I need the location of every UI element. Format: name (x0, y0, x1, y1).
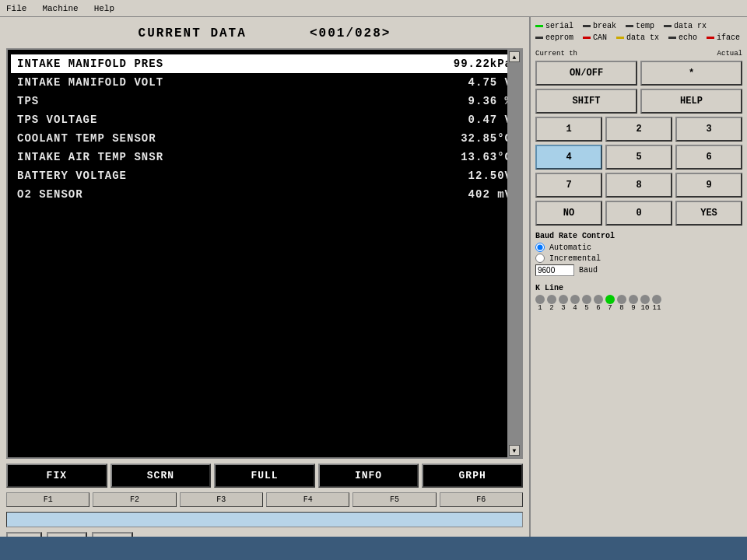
kline-dot-8 (617, 295, 626, 304)
fkey-f5[interactable]: F5 (352, 492, 436, 507)
scroll-up-arrow[interactable]: ▲ (509, 51, 520, 62)
keypad-row-2: 123 (535, 117, 742, 142)
fkey-f4[interactable]: F4 (266, 492, 349, 507)
legend-item-echo: echo (668, 33, 697, 42)
kline-section: K Line 1234567891011 (535, 284, 742, 312)
kline-num-4: 4 (573, 304, 577, 312)
data-row-label: COOLANT TEMP SENSOR (17, 132, 419, 145)
kline-num-1: 1 (538, 304, 542, 312)
baud-value-row: Baud (535, 264, 742, 276)
func-btn-grph[interactable]: GRPH (422, 464, 523, 488)
fkey-f6[interactable]: F6 (440, 492, 523, 507)
legend-label: break (593, 22, 616, 30)
func-btn-info[interactable]: INFO (318, 464, 419, 488)
keypad-btn-1[interactable]: 1 (535, 117, 602, 142)
data-row-label: INTAKE AIR TEMP SNSR (17, 151, 419, 163)
keypad-btn-5[interactable]: 5 (605, 145, 672, 170)
baud-section: Baud Rate Control Automatic Incremental … (535, 232, 742, 278)
baud-automatic-radio[interactable] (535, 243, 545, 252)
legend-item-eeprom: eeprom (535, 33, 573, 42)
keypad-btn-3[interactable]: 3 (675, 117, 742, 142)
fkey-row: F1F2F3F4F5F6 (6, 492, 523, 507)
legend-label: serial (545, 22, 573, 30)
kline-item-7: 7 (605, 295, 615, 312)
baud-value-input[interactable] (535, 264, 574, 276)
legend-item-serial: serial (535, 22, 573, 30)
keypad-btn-help[interactable]: HELP (640, 89, 742, 114)
legend-dot (668, 37, 676, 39)
right-header-actual: Actual (717, 50, 742, 58)
data-row-label: INTAKE MANIFOLD PRES (17, 58, 419, 70)
fkey-f2[interactable]: F2 (93, 492, 176, 507)
keypad-btn-8[interactable]: 8 (605, 173, 672, 198)
legend-label: CAN (593, 33, 607, 42)
baud-incremental-radio[interactable] (535, 254, 545, 263)
kline-dot-10 (640, 295, 650, 304)
kline-item-4: 4 (570, 295, 580, 312)
legend-dot (583, 37, 591, 39)
keypad-row-1: SHIFTHELP (535, 89, 742, 114)
func-btn-fix[interactable]: FIX (6, 464, 107, 488)
data-row-label: BATTERY VOLTAGE (17, 170, 419, 182)
baud-automatic-row: Automatic (535, 243, 742, 252)
legend-dot (616, 37, 624, 39)
legend-dot (583, 25, 591, 27)
kline-item-3: 3 (559, 295, 568, 312)
kline-dot-2 (547, 295, 556, 304)
legend-item-iface: iface (707, 33, 740, 42)
bottom-taskbar (0, 537, 747, 560)
data-row-value: 0.47 V (419, 114, 512, 126)
keypad-btn-no[interactable]: NO (535, 201, 602, 226)
keypad-btn-0[interactable]: 0 (605, 201, 672, 226)
legend-dot (535, 37, 543, 39)
baud-incremental-label: Incremental (549, 254, 601, 263)
data-row[interactable]: TPS 9.36 % (11, 92, 518, 110)
keypad-btn-6[interactable]: 6 (675, 145, 742, 170)
data-row-value: 4.75 V (419, 76, 512, 89)
legend-item-temp: temp (626, 22, 654, 30)
func-btn-scrn[interactable]: SCRN (110, 464, 212, 488)
data-row[interactable]: O2 SENSOR 402 mV (11, 185, 518, 204)
data-row-value: 9.36 % (419, 95, 512, 107)
legend-dot (626, 25, 633, 27)
status-bar (6, 512, 523, 527)
data-row-value: 402 mV (419, 188, 512, 201)
kline-dot-7 (605, 295, 615, 304)
kline-num-11: 11 (653, 304, 661, 312)
keypad-btn-yes[interactable]: YES (675, 201, 742, 226)
keypad-btn-onoff[interactable]: ON/OFF (535, 61, 637, 86)
keypad-btn-shift[interactable]: SHIFT (535, 89, 637, 114)
legend-row: serialbreaktempdata rxeepromCANdata txec… (535, 22, 742, 42)
keypad-btn-7[interactable]: 7 (535, 173, 602, 198)
menu-help[interactable]: Help (91, 2, 117, 15)
data-row-label: TPS (17, 95, 419, 107)
keypad-btn-4[interactable]: 4 (535, 145, 602, 170)
keypad-btn-2[interactable]: 2 (605, 117, 672, 142)
menu-file[interactable]: File (3, 2, 30, 15)
data-row[interactable]: INTAKE MANIFOLD VOLT 4.75 V (11, 73, 518, 92)
data-row[interactable]: BATTERY VOLTAGE 12.50V (11, 166, 518, 185)
kline-item-10: 10 (640, 295, 650, 312)
data-row[interactable]: INTAKE MANIFOLD PRES 99.22kPa (11, 54, 518, 73)
data-row-value: 13.63°C (419, 151, 512, 163)
scroll-down-arrow[interactable]: ▼ (509, 445, 520, 456)
grid-scrollbar[interactable]: ▲ ▼ (507, 50, 521, 457)
legend-item-data-rx: data rx (664, 22, 707, 30)
kline-item-2: 2 (547, 295, 556, 312)
fkey-f1[interactable]: F1 (6, 492, 89, 507)
data-row-value: 12.50V (419, 170, 512, 182)
fkey-f3[interactable]: F3 (180, 492, 263, 507)
func-btn-full[interactable]: FULL (214, 464, 315, 488)
data-row[interactable]: COOLANT TEMP SENSOR 32.85°C (11, 129, 518, 148)
data-grid: INTAKE MANIFOLD PRES 99.22kPa INTAKE MAN… (6, 48, 523, 459)
kline-dot-5 (582, 295, 591, 304)
keypad-row-5: NO0YES (535, 201, 742, 226)
data-row-label: O2 SENSOR (17, 188, 419, 201)
menu-machine[interactable]: Machine (39, 2, 81, 15)
left-panel: CURRENT DATA <001/028> INTAKE MANIFOLD P… (0, 17, 529, 560)
data-row[interactable]: INTAKE AIR TEMP SNSR 13.63°C (11, 148, 518, 166)
data-row[interactable]: TPS VOLTAGE 0.47 V (11, 110, 518, 129)
keypad-btn-*[interactable]: * (640, 61, 742, 86)
keypad-btn-9[interactable]: 9 (675, 173, 742, 198)
kline-item-1: 1 (535, 295, 545, 312)
